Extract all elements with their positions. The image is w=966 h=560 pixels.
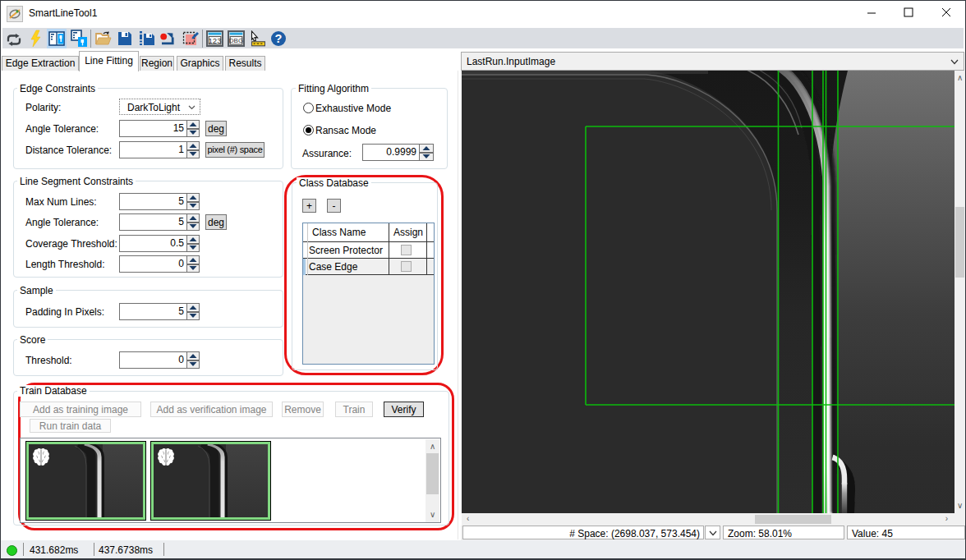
svg-text:DBG: DBG	[229, 37, 243, 44]
svg-text:123: 123	[209, 36, 222, 45]
svg-text:?: ?	[275, 32, 283, 45]
